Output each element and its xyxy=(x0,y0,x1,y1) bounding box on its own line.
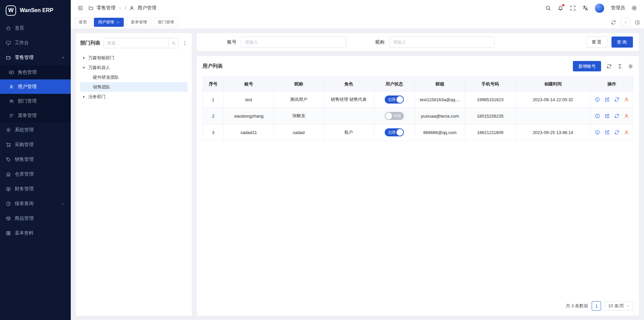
tree-node-wansen-robot[interactable]: 万森机器人 xyxy=(80,63,187,72)
avatar[interactable] xyxy=(595,3,604,13)
department-search-button[interactable] xyxy=(168,38,178,48)
edit-icon[interactable] xyxy=(604,97,610,102)
sidebar-item-department-management[interactable]: 部门管理 xyxy=(0,94,71,108)
sidebar-item-user-management[interactable]: 用户管理 xyxy=(0,79,71,94)
tree-node-legal-dept[interactable]: 法务部门 xyxy=(80,92,187,102)
tab-menu-management[interactable]: 菜单管理 xyxy=(127,18,151,27)
finance-icon xyxy=(6,186,11,192)
layout-icon[interactable] xyxy=(635,20,640,25)
translate-icon[interactable] xyxy=(582,5,588,11)
tab-home[interactable]: 首页 xyxy=(75,18,91,27)
sidebar-item-role-management[interactable]: 角色管理 xyxy=(0,65,71,79)
edit-icon[interactable] xyxy=(604,130,610,135)
header-actions: 管理员 xyxy=(545,3,637,13)
nickname-input[interactable] xyxy=(389,37,495,48)
status-toggle[interactable]: 停用 xyxy=(385,112,404,120)
info-icon[interactable] xyxy=(595,113,600,119)
cell-index: 3 xyxy=(203,124,224,141)
edit-icon[interactable] xyxy=(604,113,610,119)
toggle-knob xyxy=(385,113,392,119)
sidebar-item-report-query[interactable]: 报表查询 xyxy=(0,196,71,211)
cell-created: 2023-09-14 22:00:32 xyxy=(516,91,591,108)
sidebar-item-retail-management[interactable]: 零售管理 xyxy=(0,50,71,65)
collapse-sidebar-icon[interactable] xyxy=(77,5,84,11)
refresh-tabs-icon[interactable] xyxy=(611,20,616,25)
nickname-label: 昵称 xyxy=(375,39,385,45)
cell-status: 启用 xyxy=(374,91,415,108)
tree-node-wansen-smart[interactable]: 万森智能部门 xyxy=(80,53,187,63)
search-icon[interactable] xyxy=(545,5,551,11)
chevron-down-icon[interactable] xyxy=(118,6,122,10)
breadcrumb-root[interactable]: 零售管理 xyxy=(97,5,115,11)
sidebar-item-purchase-management[interactable]: 采购管理 xyxy=(0,137,71,152)
user-table: 序号 账号 昵称 角色 用户状态 邮箱 手机号码 创建时间 操作 xyxy=(203,76,633,141)
reset-password-icon[interactable] xyxy=(614,113,620,119)
reset-button[interactable]: 重置 xyxy=(586,37,608,48)
assign-user-icon[interactable] xyxy=(624,97,629,102)
tree-node-hardware-team[interactable]: 硬件研发团队 xyxy=(80,72,187,82)
tree-node-label: 万森智能部门 xyxy=(88,55,114,61)
assign-user-icon[interactable] xyxy=(624,113,629,119)
department-more-button[interactable] xyxy=(182,41,187,46)
account-input[interactable] xyxy=(241,37,346,48)
assign-user-icon[interactable] xyxy=(624,130,629,135)
sidebar-item-menu-management[interactable]: 菜单管理 xyxy=(0,108,71,123)
cell-created: 2023-09-25 13:46:14 xyxy=(516,124,591,141)
sidebar-item-finance-management[interactable]: 财务管理 xyxy=(0,182,71,196)
cart-icon xyxy=(6,142,11,147)
notifications-button[interactable] xyxy=(557,5,564,11)
grid-icon xyxy=(6,231,11,236)
caret-down-icon[interactable] xyxy=(82,66,86,70)
add-account-button[interactable]: 新增账号 xyxy=(573,61,601,71)
status-toggle[interactable]: 启用 xyxy=(385,128,404,136)
cell-nickname: 测试用户 xyxy=(274,91,324,108)
filter-actions: 重置 查询 xyxy=(586,37,633,48)
refresh-icon xyxy=(606,64,612,69)
department-search-input[interactable] xyxy=(104,38,168,48)
sidebar-item-home[interactable]: 首页 xyxy=(0,21,71,36)
filter-bar: 账号 昵称 重置 查询 xyxy=(197,33,639,51)
tree-node-sales-team[interactable]: 销售团队 xyxy=(80,82,187,92)
sidebar-item-warehouse-management[interactable]: 仓库管理 xyxy=(0,167,71,182)
warehouse-icon xyxy=(6,172,11,177)
sidebar-item-system-management[interactable]: 系统管理 xyxy=(0,123,71,137)
sidebar-item-basic-data[interactable]: 基本资料 xyxy=(0,226,71,241)
page-number-button[interactable]: 1 xyxy=(592,301,601,311)
info-icon[interactable] xyxy=(595,130,600,135)
tab-label: 首页 xyxy=(79,19,87,25)
pagination: 共 3 条数据 1 10 条/页 xyxy=(203,297,633,311)
settings-gear-icon[interactable] xyxy=(631,5,637,11)
department-search xyxy=(104,38,179,48)
reset-password-icon[interactable] xyxy=(614,97,620,102)
tab-actions-dropdown[interactable] xyxy=(621,18,630,27)
sidebar-item-label: 报表查询 xyxy=(15,201,34,207)
sidebar-item-sales-management[interactable]: 销售管理 xyxy=(0,152,71,167)
info-icon[interactable] xyxy=(595,97,600,102)
table-header-row: 序号 账号 昵称 角色 用户状态 邮箱 手机号码 创建时间 操作 xyxy=(203,77,633,91)
page-size-select[interactable]: 10 条/页 xyxy=(605,301,633,311)
reset-password-icon[interactable] xyxy=(614,130,620,135)
column-settings-button[interactable] xyxy=(628,64,633,69)
tab-department-management[interactable]: 部门管理 xyxy=(154,18,178,27)
fullscreen-icon[interactable] xyxy=(570,5,576,11)
team-icon xyxy=(9,99,14,104)
query-button[interactable]: 查询 xyxy=(611,37,633,48)
tab-user-management[interactable]: 用户管理 xyxy=(94,18,124,27)
caret-right-icon[interactable] xyxy=(82,95,86,99)
density-button[interactable] xyxy=(617,64,623,69)
tab-label: 用户管理 xyxy=(98,19,114,25)
cell-email: 666666@qq.com xyxy=(415,124,465,141)
sidebar-item-label: 财务管理 xyxy=(15,186,34,192)
pagination-total: 共 3 条数据 xyxy=(566,303,588,309)
cell-phone: 19985151623 xyxy=(465,91,516,108)
sidebar-item-workbench[interactable]: 工作台 xyxy=(0,36,71,50)
col-actions: 操作 xyxy=(591,77,633,91)
cell-role: 租户 xyxy=(324,124,374,141)
status-toggle[interactable]: 启用 xyxy=(385,95,404,104)
chevron-down-icon xyxy=(624,20,628,24)
user-name[interactable]: 管理员 xyxy=(611,5,625,11)
sidebar-item-goods-management[interactable]: 商品管理 xyxy=(0,211,71,226)
close-icon[interactable] xyxy=(116,21,120,24)
caret-right-icon[interactable] xyxy=(82,56,86,60)
refresh-list-button[interactable] xyxy=(606,64,612,69)
